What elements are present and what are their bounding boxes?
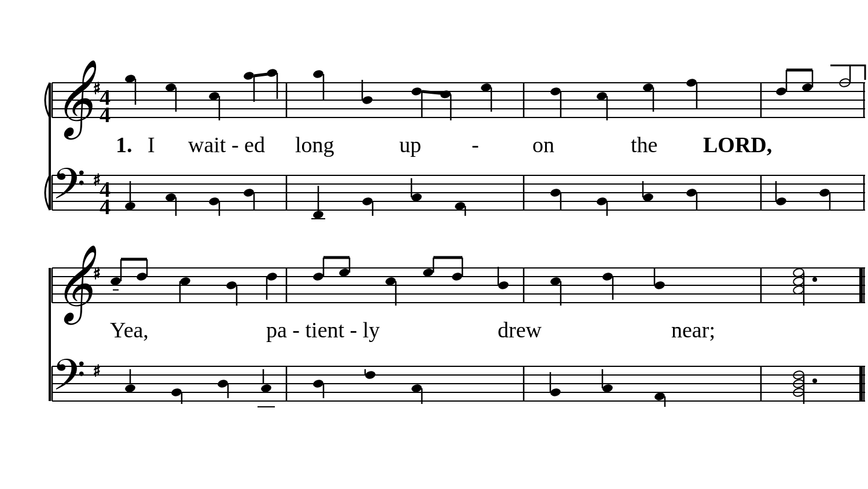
lyric-the: the <box>631 133 657 157</box>
svg-point-91 <box>775 196 788 206</box>
svg-text:♯: ♯ <box>93 80 101 98</box>
svg-point-83 <box>550 187 562 197</box>
svg-point-44 <box>775 86 788 96</box>
svg-text:𝄢: 𝄢 <box>52 352 86 409</box>
svg-point-119 <box>266 271 278 281</box>
system-1: 𝄞 4 4 ♯ <box>23 60 845 222</box>
system-2: 𝄞 ♯ <box>23 245 845 430</box>
svg-text:4: 4 <box>100 102 111 127</box>
system-1-svg: 𝄞 4 4 ♯ <box>23 60 868 222</box>
svg-point-111 <box>136 271 148 281</box>
lyric-I: I <box>148 133 155 157</box>
lyric-near: near; <box>671 318 715 342</box>
lyric-drew: drew <box>498 318 542 342</box>
svg-point-170 <box>365 370 377 380</box>
lyric-up: up <box>399 133 421 157</box>
svg-text:♯: ♯ <box>93 362 101 380</box>
svg-point-133 <box>498 280 510 290</box>
svg-point-163 <box>217 378 229 388</box>
svg-point-89 <box>686 187 698 197</box>
svg-point-72 <box>243 187 255 197</box>
svg-text:𝄢: 𝄢 <box>52 161 86 218</box>
svg-point-25 <box>312 69 325 79</box>
lyric-LORD: LORD, <box>703 133 772 157</box>
lyric-patiently: pa - tient - ly <box>266 318 380 342</box>
lyric-dash: - <box>472 133 479 157</box>
svg-point-70 <box>208 196 220 206</box>
lyric-verse-number: 1. <box>116 133 133 157</box>
svg-text:𝄞: 𝄞 <box>53 60 97 140</box>
svg-point-42 <box>686 78 698 87</box>
svg-point-117 <box>226 280 238 290</box>
svg-point-20 <box>243 71 255 80</box>
system-2-svg: 𝄞 ♯ <box>23 245 868 430</box>
svg-point-93 <box>819 187 831 197</box>
svg-point-121 <box>312 271 325 281</box>
lyric-on: on <box>532 133 554 157</box>
svg-point-85 <box>596 196 608 206</box>
lyric-yea: Yea, <box>110 318 149 342</box>
svg-point-137 <box>602 271 614 281</box>
lyric-wait-ed: wait - ed <box>188 133 265 157</box>
svg-text:♯: ♯ <box>93 265 101 283</box>
svg-point-168 <box>312 378 325 388</box>
svg-point-29 <box>411 86 423 96</box>
svg-point-27 <box>362 95 374 105</box>
svg-point-161 <box>171 387 183 397</box>
svg-point-174 <box>550 387 562 397</box>
svg-point-145 <box>812 277 817 282</box>
sheet-music: 𝄞 4 4 ♯ <box>12 48 856 442</box>
svg-point-77 <box>362 196 374 206</box>
svg-text:𝄞: 𝄞 <box>53 245 97 325</box>
svg-text:4: 4 <box>100 194 111 219</box>
lyric-long: long <box>295 133 334 157</box>
svg-point-139 <box>654 280 666 290</box>
svg-point-184 <box>812 378 817 383</box>
svg-point-36 <box>550 86 562 96</box>
svg-point-130 <box>451 271 464 281</box>
